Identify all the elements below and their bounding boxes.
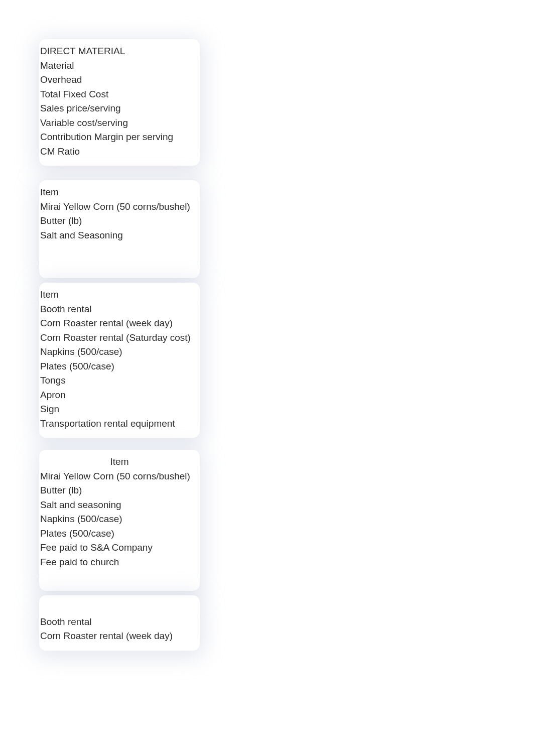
list-item: Tongs [39, 373, 200, 388]
list-item: Apron [39, 388, 200, 403]
list-item: Contribution Margin per serving [39, 130, 200, 145]
list-item: CM Ratio [39, 145, 200, 159]
list-item: Fee paid to S&A Company [39, 541, 200, 555]
list-item: Total Fixed Cost [39, 87, 200, 102]
list-item: Salt and seasoning [39, 498, 200, 513]
list-item: Variable cost/serving [39, 116, 200, 131]
list-item: Corn Roaster rental (Saturday cost) [39, 331, 200, 345]
list-item: Plates (500/case) [39, 359, 200, 374]
list-header: Item [39, 185, 200, 200]
list-item: Mirai Yellow Corn (50 corns/bushel) [39, 469, 200, 484]
list-item: DIRECT MATERIAL [39, 44, 200, 59]
list-item-empty [39, 569, 200, 584]
list-item: Transportation rental equipment [39, 417, 200, 431]
list-item: Fee paid to church [39, 555, 200, 570]
list-item: Napkins (500/case) [39, 345, 200, 359]
list-item: Corn Roaster rental (week day) [39, 316, 200, 331]
list-item: Salt and Seasoning [39, 228, 200, 243]
list-item: Napkins (500/case) [39, 512, 200, 527]
materials-block: Item Mirai Yellow Corn (50 corns/bushel)… [39, 180, 200, 278]
list-item-empty [39, 600, 200, 615]
list-header: Item [39, 455, 200, 469]
list-item: Overhead [39, 73, 200, 87]
overhead-block: Item Booth rental Corn Roaster rental (w… [39, 283, 200, 438]
list-item: Sales price/serving [39, 101, 200, 116]
list-item: Plates (500/case) [39, 527, 200, 541]
summary-block: DIRECT MATERIAL Material Overhead Total … [39, 39, 200, 166]
list-header: Item [39, 288, 200, 302]
list-item: Butter (lb) [39, 214, 200, 228]
rental-block: Booth rental Corn Roaster rental (week d… [39, 595, 200, 651]
list-item: Mirai Yellow Corn (50 corns/bushel) [39, 200, 200, 214]
list-item: Booth rental [39, 615, 200, 629]
list-item: Booth rental [39, 302, 200, 317]
list-item-empty [39, 242, 200, 257]
list-item: Corn Roaster rental (week day) [39, 629, 200, 644]
list-item: Sign [39, 402, 200, 417]
list-item-empty [39, 257, 200, 272]
list-item: Material [39, 59, 200, 73]
fees-block: Item Mirai Yellow Corn (50 corns/bushel)… [39, 450, 200, 591]
list-item: Butter (lb) [39, 483, 200, 498]
